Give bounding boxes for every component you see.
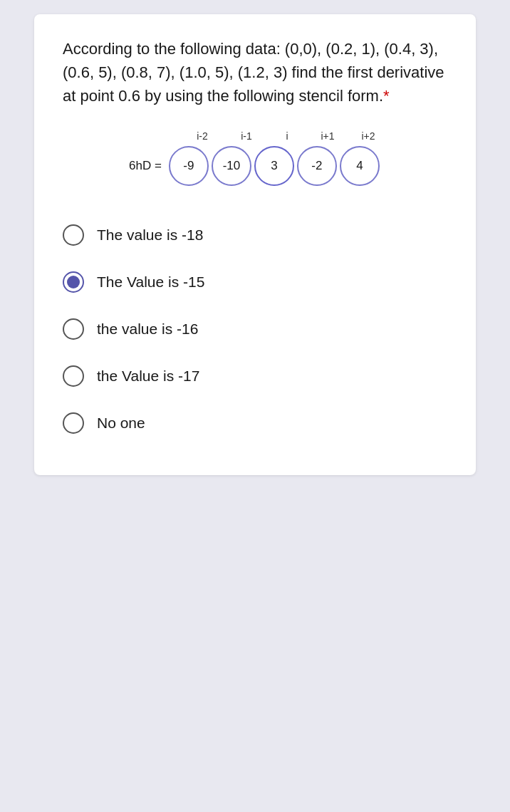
stencil-circle-1: -9 [169,146,209,186]
radio-2-inner [67,276,80,288]
radio-1[interactable] [63,224,84,246]
option-5[interactable]: No one [63,400,447,447]
radio-3[interactable] [63,318,84,340]
stencil-circle-2: -10 [212,146,251,186]
option-5-text: No one [97,415,145,432]
option-2-text: The Value is -15 [97,274,204,291]
label-i-plus-1: i+1 [306,130,350,142]
ghd-label: 6hD = [129,159,162,173]
stencil-values-row: 6hD = -9 -10 3 -2 4 [129,146,381,186]
options-list: The value is -18 The Value is -15 the va… [63,212,447,447]
question-text: According to the following data: (0,0), … [63,37,447,108]
option-3-text: the value is -16 [97,321,198,338]
label-i-minus-1: i-1 [224,130,269,142]
radio-4[interactable] [63,365,84,387]
option-2[interactable]: The Value is -15 [63,259,447,306]
label-i-plus-2: i+2 [350,130,387,142]
stencil-circle-3: 3 [254,146,294,186]
stencil-circle-4: -2 [297,146,337,186]
option-1[interactable]: The value is -18 [63,212,447,259]
option-4-text: the Value is -17 [97,368,199,385]
question-card: According to the following data: (0,0), … [34,14,476,475]
radio-2[interactable] [63,271,84,293]
radio-5[interactable] [63,412,84,434]
stencil-labels-row: i-2 i-1 i i+1 i+2 [123,130,387,142]
option-3[interactable]: the value is -16 [63,306,447,353]
option-4[interactable]: the Value is -17 [63,353,447,400]
label-i-minus-2: i-2 [180,130,224,142]
label-i: i [269,130,306,142]
stencil-diagram: i-2 i-1 i i+1 i+2 6hD = -9 -10 3 -2 4 [63,130,447,186]
required-asterisk: * [383,87,390,105]
stencil-circle-5: 4 [340,146,380,186]
option-1-text: The value is -18 [97,227,203,244]
